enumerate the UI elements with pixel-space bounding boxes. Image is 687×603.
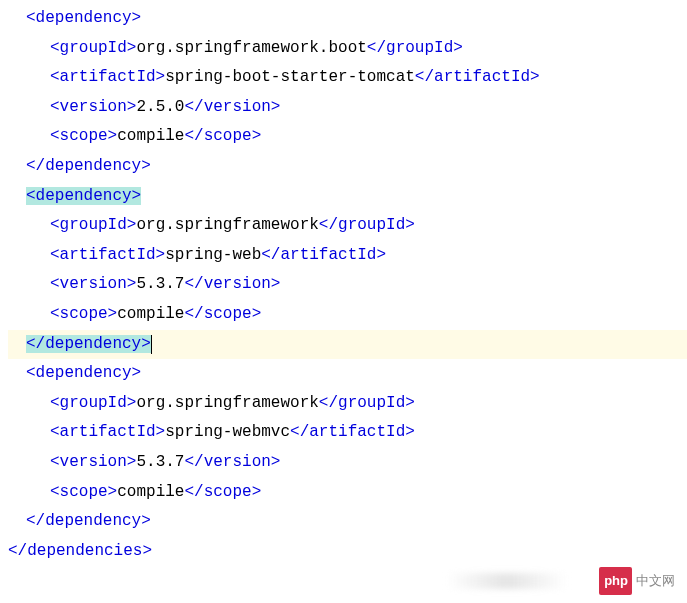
code-line: <dependency> [8, 4, 687, 34]
code-line: <scope>compile</scope> [8, 300, 687, 330]
xml-tag: </scope> [184, 305, 261, 323]
code-line: </dependency> [8, 330, 687, 360]
xml-tag: </groupId> [367, 39, 463, 57]
xml-tag: <groupId> [50, 394, 136, 412]
code-line: </dependencies> [8, 537, 687, 567]
code-line: <groupId>org.springframework</groupId> [8, 211, 687, 241]
code-line: </dependency> [8, 152, 687, 182]
watermark-logo: php [599, 567, 632, 595]
code-line: <dependency> [8, 359, 687, 389]
xml-tag: <version> [50, 275, 136, 293]
xml-tag: <groupId> [50, 39, 136, 57]
code-line: <groupId>org.springframework.boot</group… [8, 34, 687, 64]
code-block: <dependency><groupId>org.springframework… [8, 4, 687, 566]
xml-tag: </dependency> [26, 157, 151, 175]
xml-tag: </artifactId> [415, 68, 540, 86]
xml-tag: </version> [184, 98, 280, 116]
xml-tag: </version> [184, 453, 280, 471]
watermark-text: 中文网 [636, 569, 675, 593]
cursor [151, 335, 152, 353]
code-line: <artifactId>spring-webmvc</artifactId> [8, 418, 687, 448]
code-line: <artifactId>spring-boot-starter-tomcat</… [8, 63, 687, 93]
xml-tag: <version> [50, 453, 136, 471]
code-line: <version>5.3.7</version> [8, 270, 687, 300]
xml-tag: </artifactId> [261, 246, 386, 264]
xml-text: org.springframework [136, 394, 318, 412]
xml-text: 2.5.0 [136, 98, 184, 116]
xml-tag: <artifactId> [50, 423, 165, 441]
xml-tag: <scope> [50, 305, 117, 323]
xml-tag: <dependency> [26, 364, 141, 382]
xml-tag: <version> [50, 98, 136, 116]
xml-text: 5.3.7 [136, 275, 184, 293]
code-line: <scope>compile</scope> [8, 122, 687, 152]
xml-tag: <groupId> [50, 216, 136, 234]
xml-text: spring-webmvc [165, 423, 290, 441]
xml-tag: <artifactId> [50, 68, 165, 86]
xml-tag: </dependency> [26, 512, 151, 530]
xml-text: org.springframework [136, 216, 318, 234]
xml-text: compile [117, 483, 184, 501]
highlighted-tag: </dependency> [26, 335, 151, 353]
xml-text: org.springframework.boot [136, 39, 366, 57]
xml-tag: <scope> [50, 127, 117, 145]
code-line: <dependency> [8, 182, 687, 212]
code-line: <scope>compile</scope> [8, 478, 687, 508]
code-line: <version>5.3.7</version> [8, 448, 687, 478]
code-line: </dependency> [8, 507, 687, 537]
blur-bar [447, 573, 567, 589]
xml-tag: </dependencies> [8, 542, 152, 560]
xml-tag: </version> [184, 275, 280, 293]
xml-text: 5.3.7 [136, 453, 184, 471]
xml-text: compile [117, 127, 184, 145]
xml-tag: </scope> [184, 483, 261, 501]
code-line: <groupId>org.springframework</groupId> [8, 389, 687, 419]
xml-text: spring-boot-starter-tomcat [165, 68, 415, 86]
xml-tag: </scope> [184, 127, 261, 145]
xml-tag: </groupId> [319, 394, 415, 412]
xml-text: compile [117, 305, 184, 323]
code-line: <artifactId>spring-web</artifactId> [8, 241, 687, 271]
watermark: php 中文网 [599, 567, 675, 595]
xml-tag: <scope> [50, 483, 117, 501]
xml-tag: </groupId> [319, 216, 415, 234]
xml-tag: </artifactId> [290, 423, 415, 441]
highlighted-tag: <dependency> [26, 187, 141, 205]
xml-text: spring-web [165, 246, 261, 264]
xml-tag: <dependency> [26, 9, 141, 27]
xml-tag: <dependency> [26, 187, 141, 205]
xml-tag: <artifactId> [50, 246, 165, 264]
xml-tag: </dependency> [26, 335, 151, 353]
code-line: <version>2.5.0</version> [8, 93, 687, 123]
